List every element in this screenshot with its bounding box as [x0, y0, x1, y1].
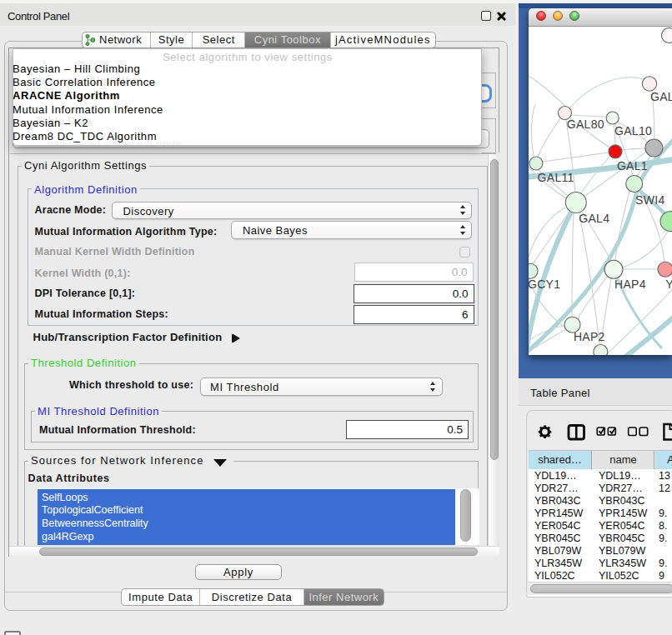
svg-text:GAL1: GAL1	[617, 158, 648, 172]
svg-text:GAL11: GAL11	[538, 170, 574, 183]
svg-text:GAL10: GAL10	[614, 123, 652, 137]
svg-text:GAL: GAL	[650, 89, 672, 102]
svg-text:GAL80: GAL80	[567, 117, 604, 130]
svg-text:GCY1: GCY1	[529, 278, 560, 291]
svg-text:SWI4: SWI4	[635, 192, 664, 206]
svg-text:HAP2: HAP2	[574, 329, 605, 342]
svg-text:Y: Y	[665, 277, 672, 290]
svg-text:GAL4: GAL4	[579, 211, 609, 224]
svg-text:HAP4: HAP4	[614, 277, 646, 290]
